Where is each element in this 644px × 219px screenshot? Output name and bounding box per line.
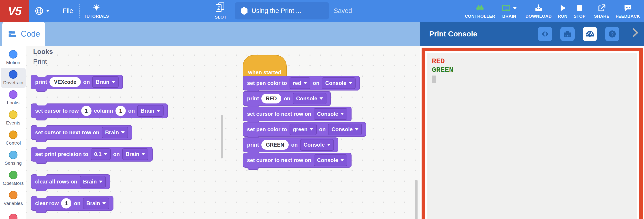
sidebar-item-drivetrain[interactable]: Drivetrain: [1, 68, 26, 88]
sidebar-item-operators[interactable]: Operators: [1, 168, 26, 188]
sidebar-item-control[interactable]: Control: [1, 128, 26, 148]
dropdown-brain[interactable]: Brain: [83, 198, 109, 209]
console-line: GREEN: [432, 66, 637, 74]
number-input[interactable]: 1: [116, 106, 126, 116]
sidebar-item-my-blocks[interactable]: [1, 209, 26, 219]
caret-down-icon: [99, 181, 102, 183]
category-color-dot: [9, 214, 18, 219]
caret-down-icon: [327, 144, 330, 146]
print-console-output: REDGREEN: [427, 53, 637, 219]
caret-down-icon: [157, 110, 160, 112]
category-color-dot: [9, 90, 18, 99]
caret-down-icon: [104, 153, 108, 155]
controller-icon: [475, 3, 485, 13]
dropdown-brain[interactable]: Brain: [102, 127, 128, 138]
text-input[interactable]: VEXcode: [50, 77, 81, 87]
hat-block[interactable]: when started: [243, 55, 287, 79]
sidebar-item-sensing[interactable]: Sensing: [1, 148, 26, 168]
dropdown-brain[interactable]: Brain: [122, 148, 148, 160]
palette-block[interactable]: set cursor to next row onBrain: [31, 125, 132, 140]
palette-block[interactable]: clear all rows onBrain: [31, 174, 110, 189]
file-menu[interactable]: File: [57, 0, 78, 22]
palette-block[interactable]: set print precision to0.1onBrain: [31, 147, 152, 162]
code-tab[interactable]: Code: [2, 22, 45, 46]
sidebar-item-motion[interactable]: Motion: [1, 48, 26, 68]
category-color-dot: [9, 171, 18, 179]
dropdown-brain[interactable]: Brain: [92, 76, 118, 88]
tool-console-button[interactable]: [583, 27, 597, 41]
dropdown-console[interactable]: Console: [300, 139, 334, 151]
text-input[interactable]: GREEN: [261, 140, 289, 150]
dropdown-brain[interactable]: Brain: [137, 105, 163, 117]
language-menu[interactable]: [29, 0, 55, 22]
text-input[interactable]: RED: [261, 94, 281, 103]
panel-title: Print Console: [420, 30, 477, 38]
caret-down-icon: [304, 82, 307, 84]
script-block[interactable]: printGREENonConsole: [243, 137, 338, 152]
caret-down-icon: [349, 82, 352, 84]
sidebar-item-looks[interactable]: Looks: [1, 88, 26, 108]
palette-block[interactable]: clear row1onBrain: [31, 196, 114, 211]
caret-down-icon: [355, 128, 358, 131]
blocks-canvas[interactable]: Looks Print printVEXcodeonBrainset curso…: [26, 46, 420, 219]
caret-down-icon: [513, 7, 517, 9]
palette-scrollbar[interactable]: [221, 115, 223, 158]
script-block[interactable]: printREDonConsole: [243, 91, 331, 106]
toolbar-divider: [521, 4, 522, 18]
controller-button[interactable]: CONTROLLER: [462, 0, 498, 22]
dropdown-console[interactable]: Console: [322, 77, 356, 89]
dropdown-red[interactable]: red: [290, 77, 310, 89]
device-action-bar: CONTROLLERBRAIN DOWNLOADRUNSTOP SHAREFEE…: [462, 0, 643, 22]
globe-icon: [34, 6, 44, 16]
svg-text:?: ?: [611, 31, 614, 37]
code-icon: [540, 29, 550, 39]
blocks-icon: [8, 29, 18, 39]
caret-down-icon: [310, 128, 313, 131]
caret-down-icon: [46, 10, 50, 12]
number-input[interactable]: 1: [61, 198, 72, 209]
dropdown-brain[interactable]: Brain: [80, 176, 106, 188]
workspace-scrollbar[interactable]: [415, 180, 418, 219]
category-color-dot: [9, 50, 18, 58]
script-block[interactable]: set cursor to next row onConsole: [243, 153, 352, 168]
vex-v5-logo: V5: [0, 0, 29, 22]
palette-block[interactable]: printVEXcodeonBrain: [31, 75, 123, 89]
tutorials-button[interactable]: TUTORIALS: [81, 0, 112, 22]
dropdown-0-1[interactable]: 0.1: [91, 148, 110, 160]
print-console-panel: REDGREEN: [420, 46, 644, 219]
run-button[interactable]: RUN: [555, 0, 570, 22]
caret-down-icon: [102, 202, 106, 205]
category-color-dot: [9, 151, 18, 159]
caret-down-icon: [340, 113, 344, 115]
brain-button[interactable]: BRAIN: [498, 0, 520, 22]
sidebar-item-events[interactable]: Events: [1, 108, 26, 128]
slot-button[interactable]: 1 SLOT: [212, 0, 230, 22]
collapse-panel-chevron-icon[interactable]: [630, 27, 640, 40]
sidebar-item-variables[interactable]: Variables: [1, 188, 26, 209]
share-icon: [597, 3, 606, 13]
palette-block[interactable]: set cursor to row1column1onBrain: [31, 103, 168, 118]
tool-brain-button[interactable]: [560, 27, 575, 41]
dropdown-green[interactable]: green: [290, 124, 317, 135]
dropdown-console[interactable]: Console: [328, 124, 362, 135]
help-icon: ?: [607, 29, 617, 39]
print-console-frame: REDGREEN: [422, 48, 643, 219]
share-button[interactable]: SHARE: [591, 0, 613, 22]
dropdown-console[interactable]: Console: [293, 93, 326, 104]
tool-help-button[interactable]: ?: [605, 27, 620, 41]
download-button[interactable]: DOWNLOAD: [522, 0, 555, 22]
menu-divider: [80, 4, 80, 18]
script-block[interactable]: set pen color toredonConsole: [243, 76, 360, 90]
feedback-button[interactable]: FEEDBACK: [612, 0, 643, 22]
category-color-dot: [9, 70, 18, 79]
dropdown-console[interactable]: Console: [314, 108, 348, 120]
script-block[interactable]: set pen color togreenonConsole: [243, 122, 366, 137]
stop-button[interactable]: STOP: [570, 0, 589, 22]
menu-bar: File TUTORIALS: [29, 0, 112, 22]
dropdown-console[interactable]: Console: [314, 154, 348, 166]
script-block[interactable]: set cursor to next row onConsole: [243, 107, 352, 121]
project-title-button[interactable]: Using the Print ...: [235, 2, 329, 19]
tool-code-button[interactable]: [538, 27, 552, 41]
number-input[interactable]: 1: [81, 106, 92, 116]
top-toolbar: V5 File TUTORIALS 1 SLOT Using the Print…: [0, 0, 644, 22]
